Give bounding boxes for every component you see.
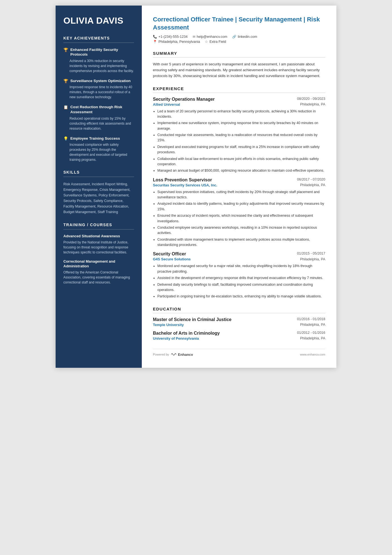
training-divider: [63, 229, 134, 230]
education-item: Master of Science in Criminal Justice 01…: [153, 317, 325, 327]
education-title: EDUCATION: [153, 307, 325, 311]
exp-job-title: Security Operations Manager: [153, 97, 215, 102]
achievement-icon: 💡: [63, 136, 68, 141]
achievement-title: Employee Training Success: [70, 136, 120, 141]
achievements-list: 🏆 Enhanced Facility Security Protocols A…: [63, 47, 134, 162]
achievement-header: 📋 Cost Reduction through Risk Assessment: [63, 105, 134, 114]
bullet-item: Assisted in the development of emergency…: [157, 275, 325, 281]
bullet-item: Conducted regular risk assessments, lead…: [157, 132, 325, 143]
edu-sub: University of Pennsylvania Philadelphia,…: [153, 336, 325, 341]
exp-dates: 08/2020 - 09/2023: [297, 97, 325, 101]
bullet-item: Coordinated with store management teams …: [157, 237, 325, 248]
achievement-icon: 🏆: [63, 48, 68, 52]
candidate-name: OLIVIA DAVIS: [63, 16, 134, 26]
email-contact: ✉ help@enhancv.com: [193, 35, 227, 39]
bullet-item: Developed and executed training programs…: [157, 144, 325, 155]
extra-contact: ☆ Extra Field: [205, 40, 226, 44]
exp-header: Loss Prevention Supervisor 06/2017 - 07/…: [153, 177, 325, 182]
bullet-item: Participated in ongoing training for de-…: [157, 294, 325, 299]
bullet-item: Delivered daily security briefings to st…: [157, 282, 325, 293]
exp-company: Allied Universal: [153, 102, 180, 107]
exp-company: Securitas Security Services USA, Inc.: [153, 183, 217, 187]
contact-row-2: 📍 Philadelphia, Pennsylvania ☆ Extra Fie…: [153, 40, 325, 44]
achievement-item: 🏆 Surveillance System Optimization Impro…: [63, 78, 134, 100]
achievement-icon: 🏆: [63, 79, 68, 83]
edu-sub: Temple University Philadelphia, PA: [153, 323, 325, 327]
training-title: Advanced Situational Awareness: [63, 234, 134, 239]
location-value: Philadelphia, Pennsylvania: [158, 40, 200, 44]
extra-value: Extra Field: [209, 40, 226, 44]
experience-item: Security Operations Manager 08/2020 - 09…: [153, 97, 325, 174]
achievements-divider: [63, 43, 134, 43]
skills-text: Risk Assessment, Incident Report Writing…: [63, 181, 134, 215]
phone-value: +1-(234)-555-1234: [158, 35, 188, 39]
bullet-item: Implemented a new surveillance system, i…: [157, 120, 325, 131]
achievement-desc: Reduced operational costs by 15% by cond…: [63, 116, 134, 131]
email-icon: ✉: [193, 35, 195, 39]
star-icon: ☆: [205, 40, 208, 44]
summary-divider: [153, 57, 325, 58]
training-desc: Provided by the National Institute of Ju…: [63, 240, 134, 255]
exp-company: G4S Secure Solutions: [153, 257, 191, 261]
training-section-title: TRAINING / COURSES: [63, 223, 134, 227]
achievement-item: 🏆 Enhanced Facility Security Protocols A…: [63, 47, 134, 73]
skills-section-title: SKILLS: [63, 170, 134, 174]
edu-header: Master of Science in Criminal Justice 01…: [153, 317, 325, 322]
achievement-title: Enhanced Facility Security Protocols: [70, 47, 134, 57]
bullet-item: Collaborated with local law enforcement …: [157, 156, 325, 167]
sidebar: OLIVIA DAVIS KEY ACHIEVEMENTS 🏆 Enhanced…: [56, 6, 142, 368]
bullet-item: Managed an annual budget of $500,000, op…: [157, 168, 325, 173]
edu-location: Philadelphia, PA: [300, 323, 325, 327]
linkedin-value: linkedin.com: [238, 35, 257, 39]
edu-header: Bachelor of Arts in Criminology 01/2012 …: [153, 331, 325, 336]
exp-sub: Securitas Security Services USA, Inc. Ph…: [153, 183, 325, 187]
achievements-section-title: KEY ACHIEVEMENTS: [63, 36, 134, 40]
bullet-item: Supervised loss prevention initiatives, …: [157, 189, 325, 200]
training-title: Correctional Management and Administrati…: [63, 259, 134, 269]
exp-location: Philadelphia, PA: [300, 183, 325, 187]
footer: Powered by Enhancv www.enhancv.com: [153, 349, 325, 357]
exp-job-title: Loss Prevention Supervisor: [153, 177, 212, 182]
summary-text: With over 5 years of experience in secur…: [153, 61, 325, 79]
location-contact: 📍 Philadelphia, Pennsylvania: [153, 40, 200, 44]
exp-bullets: Led a team of 20 security personnel to e…: [157, 109, 325, 174]
edu-location: Philadelphia, PA: [300, 336, 325, 340]
phone-icon: 📞: [153, 35, 157, 39]
bullet-item: Analyzed incident data to identify patte…: [157, 201, 325, 212]
phone-contact: 📞 +1-(234)-555-1234: [153, 35, 188, 39]
training-item: Advanced Situational Awareness Provided …: [63, 234, 134, 255]
training-list: Advanced Situational Awareness Provided …: [63, 234, 134, 285]
achievement-header: 🏆 Surveillance System Optimization: [63, 78, 134, 83]
linkedin-contact: 🔗 linkedin.com: [232, 35, 257, 39]
achievement-header: 🏆 Enhanced Facility Security Protocols: [63, 47, 134, 57]
bullet-item: Monitored and managed security for a maj…: [157, 263, 325, 274]
exp-sub: Allied Universal Philadelphia, PA: [153, 102, 325, 107]
resume-wrapper: OLIVIA DAVIS KEY ACHIEVEMENTS 🏆 Enhanced…: [56, 6, 336, 368]
edu-dates: 01/2016 - 01/2018: [297, 317, 325, 321]
exp-bullets: Supervised loss prevention initiatives, …: [157, 189, 325, 248]
enhancv-logo-icon: [171, 353, 176, 356]
edu-dates: 01/2012 - 01/2016: [297, 331, 325, 335]
footer-right: www.enhancv.com: [300, 353, 325, 356]
exp-bullets: Monitored and managed security for a maj…: [157, 263, 325, 299]
achievement-desc: Improved response time to incidents by 4…: [63, 85, 134, 100]
edu-degree: Bachelor of Arts in Criminology: [153, 331, 220, 336]
achievement-desc: Achieved a 30% reduction in security inc…: [63, 58, 134, 73]
contact-row: 📞 +1-(234)-555-1234 ✉ help@enhancv.com 🔗…: [153, 35, 325, 39]
exp-sub: G4S Secure Solutions Philadelphia, PA: [153, 257, 325, 261]
experience-title: EXPERIENCE: [153, 86, 325, 91]
powered-by-text: Powered by: [153, 353, 169, 356]
training-item: Correctional Management and Administrati…: [63, 259, 134, 285]
exp-header: Security Operations Manager 08/2020 - 09…: [153, 97, 325, 102]
edu-school: Temple University: [153, 323, 184, 327]
achievement-icon: 📋: [63, 105, 68, 109]
exp-header: Security Officer 01/2015 - 05/2017: [153, 251, 325, 256]
exp-location: Philadelphia, PA: [300, 257, 325, 261]
education-divider: [153, 313, 325, 313]
achievement-desc: Increased compliance with safety procedu…: [63, 142, 134, 162]
achievement-header: 💡 Employee Training Success: [63, 136, 134, 141]
achievement-item: 📋 Cost Reduction through Risk Assessment…: [63, 105, 134, 131]
exp-dates: 06/2017 - 07/2020: [297, 177, 325, 181]
achievement-title: Cost Reduction through Risk Assessment: [70, 105, 134, 114]
bullet-item: Led a team of 20 security personnel to e…: [157, 109, 325, 120]
